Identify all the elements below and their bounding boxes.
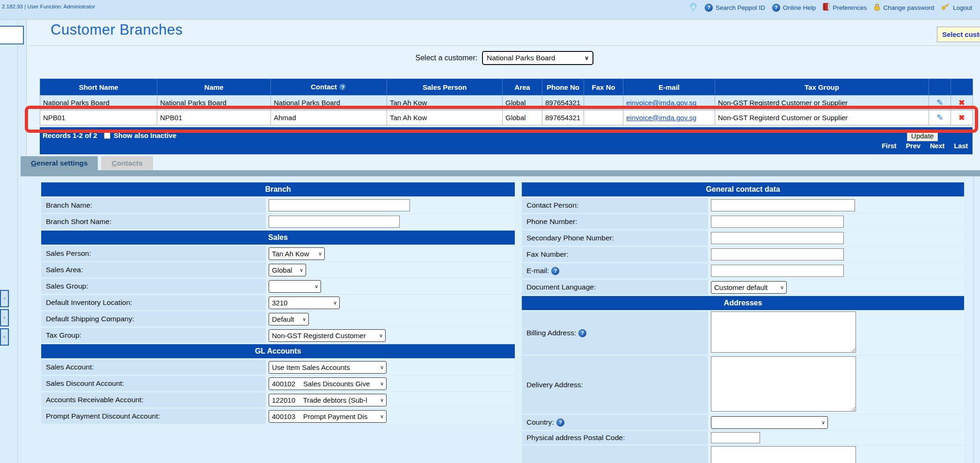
chevron-down-icon: ∨	[380, 364, 384, 370]
help-icon[interactable]: ?	[556, 419, 564, 427]
sales-person-select[interactable]: Tan Ah Kow∨	[269, 247, 325, 260]
records-count: Records 1-2 of 2	[43, 131, 97, 139]
help-icon[interactable]: ?	[551, 267, 559, 275]
branch-name-label: Branch Name:	[41, 198, 266, 213]
accounts-receivable-account-label: Accounts Receivable Account:	[41, 392, 266, 407]
chevron-down-icon: ∨	[314, 283, 318, 289]
email-input[interactable]	[711, 265, 844, 277]
sidebar-collapsed-box[interactable]	[0, 26, 24, 44]
email-link[interactable]: einvoice@imda.gov.sg	[626, 99, 696, 107]
online-help-link[interactable]: ? Online Help	[772, 4, 816, 12]
table-row: National Parks Board National Parks Boar…	[40, 95, 973, 110]
show-inactive-checkbox[interactable]	[104, 132, 110, 139]
accounts-receivable-account-select[interactable]: 122010 Trade debtors (Sub-l∨	[269, 394, 387, 406]
help-icon[interactable]: ?	[578, 329, 586, 337]
billing-address-textarea[interactable]	[711, 311, 856, 353]
phone-number-input[interactable]	[711, 216, 844, 228]
postal-code-input[interactable]	[711, 432, 760, 443]
customer-select[interactable]: National Parks Board ∨	[482, 51, 593, 65]
triangle-down-icon: ▼	[2, 315, 7, 320]
chevron-down-icon: ∨	[380, 397, 384, 403]
forms-right-border	[973, 176, 974, 463]
pagination-next[interactable]: Next	[930, 142, 944, 150]
change-password-link[interactable]: Change password	[874, 3, 934, 12]
sidebar-expand-button-1[interactable]: ▼	[0, 290, 9, 307]
delivery-address-label: Delivery Address:	[522, 356, 708, 413]
select-customer-button[interactable]: Select customer	[937, 27, 980, 42]
preferences-link[interactable]: Preferences	[823, 3, 867, 12]
delivery-address-textarea[interactable]	[711, 356, 856, 412]
prompt-payment-discount-account-select[interactable]: 400103 Prompt Payment Dis∨	[269, 410, 387, 423]
col-area: Area	[503, 79, 542, 95]
contact-person-label: Contact Person:	[522, 198, 708, 213]
sidebar-expand-button-2[interactable]: ▼	[0, 309, 9, 326]
table-footer-bar	[40, 127, 973, 154]
triangle-down-icon: ▼	[2, 334, 7, 340]
pagination-last[interactable]: Last	[954, 142, 968, 150]
lock-icon	[874, 3, 880, 12]
pagination-prev[interactable]: Prev	[906, 142, 920, 150]
chevron-down-icon: ∨	[780, 284, 784, 290]
phone-number-label: Phone Number:	[522, 214, 708, 229]
edit-icon[interactable]: ✎	[936, 113, 943, 122]
delete-icon[interactable]: ✖	[958, 99, 965, 107]
help-icon[interactable]: ?	[339, 83, 347, 91]
delete-icon[interactable]: ✖	[958, 114, 965, 122]
gem-icon[interactable]	[689, 2, 698, 13]
col-fax-no: Fax No	[584, 79, 623, 95]
sidebar-expand-button-3[interactable]: ▼	[0, 328, 9, 346]
sales-area-select[interactable]: Global∨	[269, 264, 306, 276]
email-link[interactable]: einvoice@imda.gov.sg	[626, 114, 696, 122]
sales-group-select[interactable]: ∨	[269, 280, 321, 293]
col-sales-person: Sales Person	[387, 79, 503, 95]
tab-general-settings[interactable]: General settings	[21, 156, 98, 170]
logout-link[interactable]: Logout	[941, 3, 972, 12]
branch-settings-form: Branch Branch Name: Branch Short Name: S…	[41, 181, 515, 425]
country-select[interactable]: ∨	[711, 416, 828, 429]
default-shipping-company-select[interactable]: Default∨	[269, 313, 309, 326]
chevron-down-icon: ∨	[300, 267, 303, 273]
update-button[interactable]: Update	[907, 130, 938, 141]
chevron-down-icon: ∨	[333, 300, 337, 306]
topbar-links: ? Search Peppol ID ? Online Help Prefere…	[689, 1, 972, 14]
fax-number-input[interactable]	[711, 248, 844, 260]
col-contact: Contact ?	[271, 79, 387, 95]
col-email: E-mail	[623, 79, 715, 95]
sales-area-label: Sales Area:	[41, 262, 266, 277]
title-divider	[28, 45, 980, 46]
default-shipping-company-label: Default Shipping Company:	[41, 311, 266, 326]
general-notes-textarea[interactable]	[711, 446, 856, 463]
user-function-text: 2.182.93 | User Function: Administrator	[2, 4, 95, 9]
help-icon: ?	[772, 4, 780, 12]
branches-table: Short Name Name Contact ? Sales Person A…	[40, 79, 973, 125]
customer-select-value: National Parks Board	[487, 54, 555, 62]
tab-bar: General settings Contacts	[21, 156, 153, 170]
tax-group-select[interactable]: Non-GST Registerd Customer∨	[269, 329, 386, 342]
tab-contacts[interactable]: Contacts	[101, 156, 153, 170]
prompt-payment-discount-account-label: Prompt Payment Discount Account:	[41, 409, 266, 424]
col-delete	[951, 79, 973, 95]
default-inventory-location-select[interactable]: 3210∨	[269, 297, 340, 309]
edit-icon[interactable]: ✎	[936, 98, 943, 107]
book-icon	[823, 3, 830, 12]
document-language-label: Document Language:	[522, 280, 708, 295]
sales-account-select[interactable]: Use Item Sales Accounts∨	[269, 361, 387, 374]
sales-discount-account-select[interactable]: 400102 Sales Discounts Give∨	[269, 377, 387, 390]
secondary-phone-number-input[interactable]	[711, 232, 844, 244]
section-branch: Branch	[41, 182, 515, 196]
pagination-first[interactable]: First	[882, 142, 896, 150]
sales-discount-account-label: Sales Discount Account:	[41, 376, 266, 391]
col-tax-group: Tax Group	[715, 79, 929, 95]
default-inventory-location-label: Default Inventory Location:	[41, 295, 266, 310]
section-general-contact-data: General contact data	[522, 182, 964, 196]
branch-short-name-label: Branch Short Name:	[41, 214, 266, 229]
branch-short-name-input[interactable]	[269, 216, 400, 228]
branch-name-input[interactable]	[269, 199, 410, 211]
secondary-phone-number-label: Secondary Phone Number:	[522, 231, 708, 246]
contact-person-input[interactable]	[711, 199, 855, 211]
search-peppol-id-link[interactable]: ? Search Peppol ID	[705, 4, 765, 12]
chevron-down-icon: ∨	[585, 55, 589, 61]
document-language-select[interactable]: Customer default∨	[711, 281, 787, 294]
tab-strip	[21, 170, 980, 176]
table-row: NPB01 NPB01 Ahmad Tan Ah Kow Global 8976…	[40, 110, 973, 125]
